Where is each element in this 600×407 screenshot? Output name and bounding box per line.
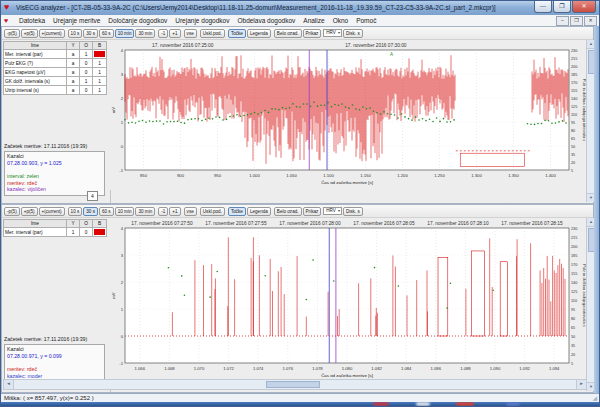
toolbar-button-10-s[interactable]: 10 s bbox=[68, 29, 83, 38]
toolbar-button-belo-ozad[interactable]: Belo ozad. bbox=[274, 207, 302, 216]
toolbar-button-60-s[interactable]: 60 s bbox=[99, 29, 114, 38]
chart-area-bottom[interactable]: 17. november 2016 07:27:5017. november 2… bbox=[110, 218, 586, 385]
interval-point bbox=[212, 118, 214, 120]
toolbar-button-1[interactable]: -1 bbox=[158, 29, 168, 38]
menu-urejanje-meritve[interactable]: Urejanje meritve bbox=[49, 15, 104, 26]
maximize-button[interactable]: ❐ bbox=[553, 1, 571, 13]
toolbar-button-30-min[interactable]: 30 min bbox=[135, 29, 155, 38]
signal-flag[interactable]: 0 bbox=[80, 86, 93, 95]
signal-row[interactable]: EKG napetost (µV)a01 bbox=[4, 68, 107, 77]
close-button[interactable]: ✕ bbox=[572, 1, 596, 13]
toolbar-button-30-s[interactable]: 30 s bbox=[83, 29, 98, 38]
signal-row[interactable]: GK dolž. intervala (s)a11 bbox=[4, 77, 107, 86]
page-counter[interactable]: 4 bbox=[87, 191, 98, 201]
signal-flag[interactable]: a bbox=[67, 50, 80, 59]
signal-table-header: Y bbox=[67, 220, 80, 228]
mdi-close-button[interactable]: ✕ bbox=[584, 16, 597, 26]
toolbar-button-uskl-pod[interactable]: Uskl.pod. bbox=[200, 207, 225, 216]
signal-flag[interactable]: 1 bbox=[80, 77, 93, 86]
detail-chart[interactable]: 17. november 2016 07:27:5017. november 2… bbox=[110, 218, 586, 381]
toolbar-button-belo-ozad[interactable]: Belo ozad. bbox=[274, 29, 302, 38]
x-tick-label: 1.076 bbox=[283, 366, 294, 371]
menu-urejanje-dogodkov[interactable]: Urejanje dogodkov bbox=[171, 15, 233, 26]
overview-chart[interactable]: 17. november 2016 07:25:0017. november 2… bbox=[110, 40, 586, 186]
toolbar-button-1[interactable]: -1 bbox=[158, 207, 168, 216]
toolbar-button-60-s[interactable]: 60 s bbox=[99, 207, 114, 216]
x-tick-label: 1.086 bbox=[431, 366, 442, 371]
menu-pomo[interactable]: Pomoč bbox=[352, 15, 380, 26]
toolbar-button-p-5[interactable]: +p(5) bbox=[21, 29, 38, 38]
toolbar-button-10-min[interactable]: 10 min bbox=[115, 29, 135, 38]
signal-color-swatch[interactable] bbox=[93, 50, 107, 59]
signal-flag[interactable]: 0 bbox=[80, 59, 93, 68]
signal-row[interactable]: Mer. interval (par)10 bbox=[4, 228, 107, 237]
cursors-box: Kazalci 07.28.00.903, y = 1.025 interval… bbox=[4, 151, 105, 196]
signal-name[interactable]: Utrip interval (s) bbox=[4, 86, 67, 95]
menu-dolo-anje-dogodkov[interactable]: Določanje dogodkov bbox=[104, 15, 171, 26]
scroll-thumb[interactable] bbox=[266, 381, 320, 388]
toolbar-button-vse[interactable]: vse bbox=[184, 207, 197, 216]
chart-area-top[interactable]: 17. november 2016 07:25:0017. november 2… bbox=[110, 40, 586, 190]
minimize-button[interactable]: — bbox=[534, 1, 552, 13]
toolbar-button-current[interactable]: +(current) bbox=[39, 207, 65, 216]
signal-flag[interactable]: a bbox=[67, 59, 80, 68]
scroll-left-icon[interactable]: ◄ bbox=[4, 380, 14, 389]
interval-point bbox=[492, 289, 494, 291]
mdi-restore-button[interactable]: ❐ bbox=[570, 16, 583, 26]
y-right-tick-label: 170 bbox=[571, 263, 577, 267]
signal-flag[interactable]: 1 bbox=[93, 59, 107, 68]
signal-flag[interactable]: 0 bbox=[80, 228, 93, 237]
signal-name[interactable]: EKG napetost (µV) bbox=[4, 68, 67, 77]
toolbar-button-p-5[interactable]: -p(5) bbox=[4, 207, 20, 216]
toolbar-button-p-5[interactable]: +p(5) bbox=[21, 207, 38, 216]
toolbar-button-p-5[interactable]: -p(5) bbox=[4, 29, 20, 38]
signal-flag[interactable]: 1 bbox=[67, 228, 80, 237]
signal-flag[interactable]: a bbox=[67, 68, 80, 77]
signal-row[interactable]: Mer. interval (par)a1 bbox=[4, 50, 107, 59]
signal-flag[interactable]: 1 bbox=[93, 68, 107, 77]
title-bar[interactable]: ♥ VisECG analyzer - [CT-2B-05-33-9A-2C (… bbox=[1, 1, 599, 15]
menu-analize[interactable]: Analize bbox=[299, 15, 328, 26]
toolbar-button-legenda[interactable]: Legenda bbox=[247, 207, 271, 216]
signal-flag[interactable]: a bbox=[67, 77, 80, 86]
signal-color-swatch[interactable] bbox=[93, 228, 107, 237]
interval-point bbox=[184, 294, 186, 296]
toolbar-button-legenda[interactable]: Legenda bbox=[247, 29, 271, 38]
toolbar-button-prikaz[interactable]: Prikaz bbox=[303, 207, 322, 216]
toolbar-button-30-min[interactable]: 30 min bbox=[135, 207, 155, 216]
toolbar-button-disk-s[interactable]: Disk. s bbox=[343, 207, 363, 216]
signal-flag[interactable]: 1 bbox=[93, 86, 107, 95]
signal-flag[interactable]: a bbox=[67, 86, 80, 95]
signal-name[interactable]: Mer. interval (par) bbox=[4, 50, 67, 59]
signal-row[interactable]: Utrip interval (s)a01 bbox=[4, 86, 107, 95]
signal-name[interactable]: Mer. interval (par) bbox=[4, 228, 67, 237]
toolbar-button-vse[interactable]: vse bbox=[184, 29, 197, 38]
signal-name[interactable]: Pulz EKG (?) bbox=[4, 59, 67, 68]
signal-flag[interactable]: 1 bbox=[80, 50, 93, 59]
toolbar-button-1[interactable]: +1 bbox=[169, 29, 180, 38]
signal-row[interactable]: Pulz EKG (?)a01 bbox=[4, 59, 107, 68]
signal-flag[interactable]: 1 bbox=[93, 77, 107, 86]
mdi-minimize-button[interactable]: – bbox=[556, 16, 569, 26]
toolbar-button-to-ke[interactable]: Točke bbox=[228, 207, 246, 216]
menu-datoteka[interactable]: Datoteka bbox=[15, 15, 49, 26]
toolbar-button-disk-s[interactable]: Disk. s bbox=[343, 29, 363, 38]
toolbar-button-uskl-pod[interactable]: Uskl.pod. bbox=[200, 29, 225, 38]
toolbar-button-current[interactable]: +(current) bbox=[39, 29, 65, 38]
menu-okno[interactable]: Okno bbox=[329, 15, 353, 26]
toolbar-button-1[interactable]: +1 bbox=[169, 207, 180, 216]
scroll-right-icon[interactable]: ► bbox=[576, 380, 586, 389]
toolbar-button-to-ke[interactable]: Točke bbox=[228, 29, 246, 38]
toolbar-button-30-s[interactable]: 30 s bbox=[83, 207, 98, 216]
toolbar-button-prikaz[interactable]: Prikaz bbox=[303, 29, 322, 38]
toolbar-button-10-s[interactable]: 10 s bbox=[68, 207, 83, 216]
menu-obdelava-dogodkov[interactable]: Obdelava dogodkov bbox=[233, 15, 299, 26]
horizontal-scrollbar[interactable]: ◄ ► bbox=[3, 379, 587, 390]
toolbar-dropdown-hrv[interactable]: HRV▾ bbox=[323, 207, 342, 215]
signal-flag[interactable]: 0 bbox=[80, 68, 93, 77]
interval-point bbox=[565, 122, 567, 124]
signal-name[interactable]: GK dolž. intervala (s) bbox=[4, 77, 67, 86]
toolbar-dropdown-hrv[interactable]: HRV▾ bbox=[323, 29, 342, 37]
toolbar-button-10-min[interactable]: 10 min bbox=[115, 207, 135, 216]
x-tick-label: 950 bbox=[214, 173, 222, 178]
